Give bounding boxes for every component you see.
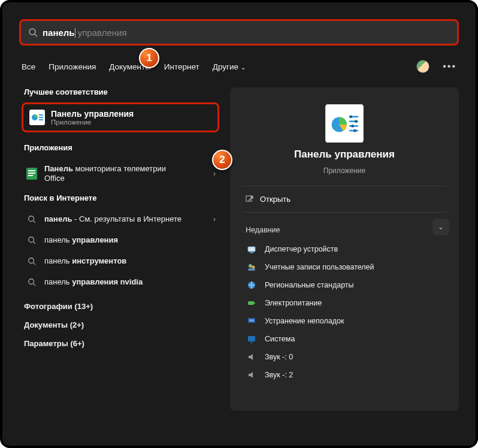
recent-item-user-accounts[interactable]: Учетные записи пользователей: [242, 258, 447, 276]
search-icon: [25, 278, 38, 286]
speaker-icon: [246, 370, 258, 380]
recent-item-troubleshoot[interactable]: Устранение неполадок: [242, 312, 447, 330]
svg-rect-6: [39, 119, 43, 120]
svg-point-28: [353, 129, 356, 132]
device-manager-icon: [246, 244, 258, 254]
tab-apps[interactable]: Приложения: [49, 62, 96, 71]
web-result-2[interactable]: панель управления: [22, 229, 219, 250]
category-photos[interactable]: Фотографии (13+): [22, 297, 219, 316]
globe-icon: [246, 280, 258, 290]
recent-item-system[interactable]: Система: [242, 330, 447, 348]
search-input[interactable]: панель управления: [19, 19, 459, 46]
svg-line-18: [34, 283, 36, 286]
tab-all[interactable]: Все: [22, 62, 35, 71]
preview-panel: Панель управления Приложение Открыть ⌄ Н…: [230, 87, 459, 411]
svg-point-15: [29, 258, 34, 263]
search-text: панель управления: [43, 28, 127, 38]
recent-item-region[interactable]: Региональные стандарты: [242, 276, 447, 294]
search-icon: [25, 215, 38, 223]
svg-rect-4: [39, 114, 43, 116]
section-web: Поиск в Интернете: [24, 193, 219, 202]
chevron-right-icon: ›: [213, 215, 216, 223]
svg-line-1: [35, 34, 37, 37]
svg-rect-37: [254, 302, 255, 304]
recent-item-sound-0[interactable]: Звук -: 0: [242, 348, 447, 366]
svg-point-25: [349, 115, 352, 118]
svg-rect-41: [250, 342, 253, 343]
web-result-3[interactable]: панель инструментов: [22, 250, 219, 271]
svg-point-0: [29, 29, 35, 35]
user-avatar[interactable]: [416, 60, 429, 73]
app-result-office-telemetry[interactable]: Панель мониторинга телеметрии Office ›: [22, 158, 219, 189]
svg-point-26: [355, 120, 358, 123]
users-icon: [246, 262, 258, 272]
document-icon: [25, 168, 38, 180]
svg-rect-39: [249, 319, 254, 322]
open-action[interactable]: Открыть ⌄: [242, 186, 447, 213]
svg-point-11: [29, 216, 34, 221]
svg-rect-40: [248, 336, 255, 341]
filter-tabs: Все Приложения Документы Интернет Другие…: [19, 60, 459, 73]
power-icon: [246, 298, 258, 308]
search-icon: [25, 257, 38, 265]
svg-point-17: [29, 279, 34, 284]
web-result-4[interactable]: панель управления nvidia: [22, 271, 219, 292]
svg-rect-9: [28, 172, 35, 174]
section-best-match: Лучшее соответствие: [24, 87, 219, 96]
svg-point-33: [252, 266, 255, 269]
preview-subtitle: Приложение: [323, 167, 365, 175]
system-icon: [246, 334, 258, 344]
svg-line-12: [34, 220, 36, 223]
results-list: Лучшее соответствие Панель управления Пр…: [22, 87, 219, 411]
tab-internet[interactable]: Интернет: [164, 62, 199, 71]
chevron-right-icon: ›: [213, 169, 216, 178]
recent-label: Недавние: [246, 226, 447, 234]
category-documents[interactable]: Документы (2+): [22, 316, 219, 334]
svg-rect-10: [28, 175, 33, 176]
callout-badge-2: 2: [212, 150, 232, 170]
preview-title: Панель управления: [294, 149, 395, 161]
svg-rect-36: [248, 301, 254, 305]
section-apps: Приложения: [24, 143, 219, 152]
chevron-down-icon: ⌄: [241, 64, 246, 71]
svg-rect-31: [250, 252, 253, 253]
svg-line-14: [34, 241, 36, 244]
recent-item-power[interactable]: Электропитание: [242, 294, 447, 312]
category-settings[interactable]: Параметры (6+): [22, 334, 219, 353]
callout-badge-1: 1: [139, 48, 159, 68]
search-icon: [25, 236, 38, 244]
svg-point-27: [351, 125, 354, 128]
open-icon: [246, 195, 254, 204]
troubleshoot-icon: [246, 316, 258, 326]
svg-rect-5: [39, 117, 43, 118]
svg-rect-30: [248, 247, 255, 252]
svg-line-16: [34, 262, 36, 265]
speaker-icon: [246, 352, 258, 362]
search-icon: [28, 28, 38, 37]
tab-other[interactable]: Другие ⌄: [213, 62, 246, 71]
recent-item-device-manager[interactable]: Диспетчер устройств: [242, 240, 447, 258]
svg-rect-8: [28, 170, 35, 171]
control-panel-icon: [29, 110, 45, 125]
recent-item-sound-2[interactable]: Звук -: 2: [242, 366, 447, 384]
web-result-1[interactable]: панель - См. результаты в Интернете ›: [22, 208, 219, 229]
more-button[interactable]: •••: [443, 61, 456, 72]
control-panel-icon-large: [325, 104, 364, 143]
expand-button[interactable]: ⌄: [432, 219, 449, 235]
svg-rect-34: [248, 268, 255, 271]
svg-point-32: [249, 264, 252, 268]
svg-point-13: [29, 237, 34, 242]
best-match-result[interactable]: Панель управления Приложение: [22, 102, 219, 132]
